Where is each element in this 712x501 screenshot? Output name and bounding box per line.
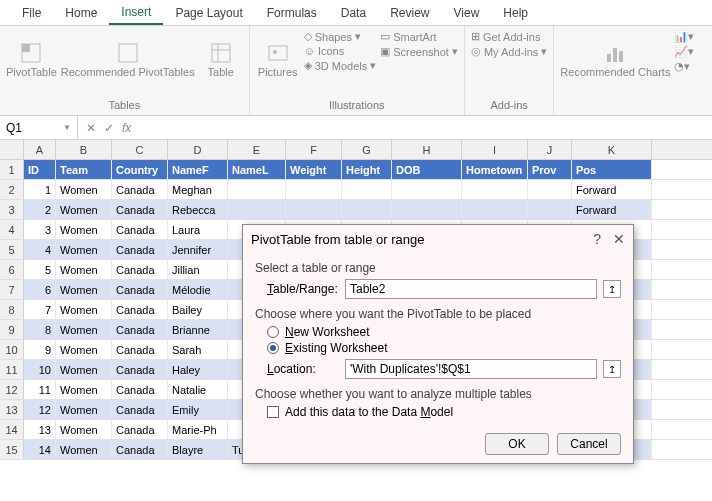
cell[interactable] [528, 200, 572, 219]
col-header-H[interactable]: H [392, 140, 462, 159]
range-picker-button[interactable]: ↥ [603, 280, 621, 298]
recommended-charts-button[interactable]: Recommended Charts [560, 30, 670, 90]
cell[interactable]: Bailey [168, 300, 228, 319]
cell[interactable] [462, 200, 528, 219]
cell[interactable]: Canada [112, 220, 168, 239]
cell[interactable]: Women [56, 240, 112, 259]
enter-icon[interactable]: ✓ [104, 121, 114, 135]
location-input[interactable] [345, 359, 597, 379]
cell[interactable]: Canada [112, 240, 168, 259]
cell[interactable] [342, 200, 392, 219]
cell[interactable]: Blayre [168, 440, 228, 459]
cell[interactable] [462, 180, 528, 199]
row-header[interactable]: 8 [0, 300, 24, 319]
row-header[interactable]: 9 [0, 320, 24, 339]
name-box[interactable]: Q1 ▼ [0, 116, 78, 139]
menu-file[interactable]: File [10, 2, 53, 24]
cell[interactable]: Canada [112, 300, 168, 319]
menu-page-layout[interactable]: Page Layout [163, 2, 254, 24]
cancel-button[interactable]: Cancel [557, 433, 621, 455]
cell[interactable]: Jennifer [168, 240, 228, 259]
row-header[interactable]: 2 [0, 180, 24, 199]
menu-formulas[interactable]: Formulas [255, 2, 329, 24]
cell[interactable]: 13 [24, 420, 56, 439]
col-header-F[interactable]: F [286, 140, 342, 159]
chart-bar-icon[interactable]: 📊▾ [674, 30, 694, 43]
cell[interactable] [286, 180, 342, 199]
cancel-icon[interactable]: ✕ [86, 121, 96, 135]
help-icon[interactable]: ? [593, 231, 601, 247]
cell[interactable]: Marie-Ph [168, 420, 228, 439]
cell[interactable] [528, 180, 572, 199]
cell[interactable]: Women [56, 220, 112, 239]
cell[interactable]: Rebecca [168, 200, 228, 219]
col-header-G[interactable]: G [342, 140, 392, 159]
cell[interactable]: 8 [24, 320, 56, 339]
select-all-corner[interactable] [0, 140, 24, 159]
cell[interactable]: Natalie [168, 380, 228, 399]
col-header-A[interactable]: A [24, 140, 56, 159]
menu-view[interactable]: View [442, 2, 492, 24]
cell[interactable]: Women [56, 340, 112, 359]
cell[interactable]: Women [56, 200, 112, 219]
header-cell[interactable]: NameL [228, 160, 286, 179]
icons-button[interactable]: ☺Icons [304, 45, 377, 57]
row-header[interactable]: 13 [0, 400, 24, 419]
cell[interactable] [228, 180, 286, 199]
range-picker-button[interactable]: ↥ [603, 360, 621, 378]
col-header-J[interactable]: J [528, 140, 572, 159]
menu-help[interactable]: Help [491, 2, 540, 24]
row-header[interactable]: 3 [0, 200, 24, 219]
row-header[interactable]: 6 [0, 260, 24, 279]
col-header-D[interactable]: D [168, 140, 228, 159]
header-cell[interactable]: Height [342, 160, 392, 179]
cell[interactable]: Canada [112, 420, 168, 439]
row-header[interactable]: 4 [0, 220, 24, 239]
my-addins-button[interactable]: ◎My Add-ins▾ [471, 45, 547, 58]
header-cell[interactable]: Prov [528, 160, 572, 179]
header-cell[interactable]: DOB [392, 160, 462, 179]
ok-button[interactable]: OK [485, 433, 549, 455]
cell[interactable]: Haley [168, 360, 228, 379]
table-range-input[interactable] [345, 279, 597, 299]
cell[interactable]: Women [56, 400, 112, 419]
cell[interactable]: Canada [112, 440, 168, 459]
radio-existing-worksheet[interactable]: Existing Worksheet [267, 341, 621, 355]
cell[interactable]: 4 [24, 240, 56, 259]
header-cell[interactable]: Weight [286, 160, 342, 179]
cell[interactable]: Canada [112, 400, 168, 419]
cell[interactable]: Canada [112, 340, 168, 359]
cell[interactable]: Laura [168, 220, 228, 239]
cell[interactable]: Mélodie [168, 280, 228, 299]
row-header[interactable]: 1 [0, 160, 24, 179]
cell[interactable] [392, 180, 462, 199]
cell[interactable]: 1 [24, 180, 56, 199]
row-header[interactable]: 7 [0, 280, 24, 299]
cell[interactable]: 2 [24, 200, 56, 219]
cell[interactable]: 14 [24, 440, 56, 459]
get-addins-button[interactable]: ⊞Get Add-ins [471, 30, 547, 43]
cell[interactable]: Canada [112, 360, 168, 379]
fx-icon[interactable]: fx [122, 121, 131, 135]
cell[interactable]: Forward [572, 200, 652, 219]
cell[interactable]: 5 [24, 260, 56, 279]
cell[interactable]: Women [56, 440, 112, 459]
cell[interactable]: 6 [24, 280, 56, 299]
close-icon[interactable]: ✕ [613, 231, 625, 247]
screenshot-button[interactable]: ▣Screenshot▾ [380, 45, 458, 58]
shapes-button[interactable]: ◇Shapes▾ [304, 30, 377, 43]
cell[interactable]: Jillian [168, 260, 228, 279]
menu-home[interactable]: Home [53, 2, 109, 24]
row-header[interactable]: 11 [0, 360, 24, 379]
menu-data[interactable]: Data [329, 2, 378, 24]
cell[interactable] [392, 200, 462, 219]
cell[interactable] [342, 180, 392, 199]
row-header[interactable]: 15 [0, 440, 24, 459]
cell[interactable]: 7 [24, 300, 56, 319]
col-header-B[interactable]: B [56, 140, 112, 159]
cell[interactable]: Canada [112, 180, 168, 199]
cell[interactable]: Women [56, 260, 112, 279]
cell[interactable]: Canada [112, 200, 168, 219]
col-header-E[interactable]: E [228, 140, 286, 159]
row-header[interactable]: 5 [0, 240, 24, 259]
